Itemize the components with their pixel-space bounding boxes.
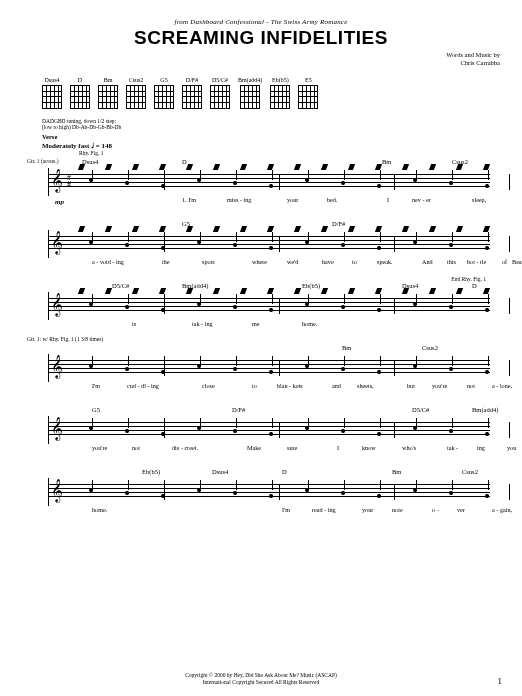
lyric-syllable: I'm: [92, 382, 100, 389]
tuning-line1: DADGBD tuning, down 1/2 step:: [42, 118, 500, 125]
lyric-syllable: where: [252, 258, 267, 265]
chord-symbols-row: Eb(b5)Dsus4DBmCsus2: [52, 468, 500, 478]
treble-clef: 𝄞: [51, 294, 63, 314]
end-rhythm-label: End Rhy. Fig. 1: [451, 276, 486, 282]
chord-name: D/F#: [186, 77, 198, 83]
page-number: 1: [498, 676, 503, 686]
staff: 𝄞: [48, 478, 490, 506]
lyric-syllable: bed.: [327, 196, 337, 203]
key-signature: ##: [67, 174, 71, 188]
chord-name: Dsus4: [44, 77, 59, 83]
tuning-line2: (low to high) Db-Ab-Db-Gb-Bb-Db: [42, 124, 500, 131]
staff: 𝄞End Rhy. Fig. 1: [48, 292, 490, 320]
lyric-syllable: know: [362, 444, 376, 451]
chord-symbol: G5: [92, 406, 100, 413]
lyric-syllable: speak.: [377, 258, 393, 265]
chord-grid: [240, 85, 260, 109]
lyric-syllable: who's: [402, 444, 416, 451]
chord-diagram: D: [70, 77, 90, 110]
staff-system: BmCsus2𝄞Gtr. 1: w/ Rhy. Fig. 1 (1 3/8 ti…: [22, 344, 500, 392]
lyric-syllable: you're: [432, 382, 447, 389]
lyric-syllable: your: [287, 196, 298, 203]
copyright-line1: Copyright © 2000 by Hey, Did She Ask Abo…: [0, 672, 522, 679]
treble-clef: 𝄞: [51, 480, 63, 500]
chord-grid: [126, 85, 146, 109]
chord-diagram: Csus2: [126, 77, 146, 110]
lyric-syllable: but: [407, 382, 415, 389]
copyright-footer: Copyright © 2000 by Hey, Did She Ask Abo…: [0, 672, 522, 686]
treble-clef: 𝄞: [51, 170, 63, 190]
lyric-syllable: your: [362, 506, 373, 513]
chord-name: Bm(add4): [238, 77, 262, 83]
chord-diagram: Bm: [98, 77, 118, 110]
chord-symbol: D: [182, 158, 187, 165]
chord-diagram: Dsus4: [42, 77, 62, 110]
lyric-syllable: you're: [92, 444, 107, 451]
lyrics-row: a - void - ingthespotswherewe'dhavetospe…: [52, 258, 500, 268]
lyric-syllable: close: [202, 382, 215, 389]
chord-symbol: Bm: [392, 468, 401, 475]
chord-grid: [210, 85, 230, 109]
lyric-syllable: tak -: [447, 444, 458, 451]
lyric-syllable: miss - ing: [227, 196, 251, 203]
staff: 𝄞: [48, 416, 490, 444]
credits: Words and Music by Chris Carrabba: [22, 51, 500, 67]
staff-system: D5/C#Bm(add4)Eb(b5)Dsus4D𝄞End Rhy. Fig. …: [22, 282, 500, 330]
guitar-label: Gtr. 1 (acous.): [27, 158, 58, 164]
lyric-syllable: blan - kets: [277, 382, 303, 389]
lyric-syllable: sleep,: [472, 196, 486, 203]
lyric-syllable: of: [502, 258, 507, 265]
lyric-syllable: dis - creet.: [172, 444, 198, 451]
lyric-syllable: ing: [477, 444, 485, 451]
lyric-syllable: bot - tle: [467, 258, 486, 265]
lyric-syllable: Beast: [512, 258, 522, 265]
chord-grid: [70, 85, 90, 109]
chord-name: G5: [160, 77, 167, 83]
tempo-marking: Moderately fast ♩ = 148: [42, 142, 500, 150]
chord-symbol: D5/C#: [112, 282, 129, 289]
staff: 𝄞: [48, 230, 490, 258]
staff-system: G5D/F#𝄞a - void - ingthespotswherewe'dha…: [22, 220, 500, 268]
staff-system: G5D/F#D5/C#Bm(add4)𝄞you'renotdis - creet…: [22, 406, 500, 454]
chord-symbol: D: [282, 468, 287, 475]
chord-grid: [42, 85, 62, 109]
treble-clef: 𝄞: [51, 232, 63, 252]
lyrics-row: istak - ingmehome.: [52, 320, 500, 330]
lyric-syllable: read - ing: [312, 506, 336, 513]
chord-grid: [270, 85, 290, 109]
chord-diagram: Eb(b5): [270, 77, 290, 110]
lyric-syllable: sure: [287, 444, 297, 451]
chord-name: Csus2: [129, 77, 144, 83]
staff-system: Dsus4DBmCsus2𝄞##mpGtr. 1 (acous.)Rhy. Fi…: [22, 158, 500, 206]
chord-symbol: Bm: [342, 344, 351, 351]
source-line: from Dashboard Confessional - The Swiss …: [22, 18, 500, 26]
lyric-syllable: cud - dl - ing: [127, 382, 159, 389]
chord-symbols-row: BmCsus2: [52, 344, 500, 354]
chord-grid: [154, 85, 174, 109]
chord-diagram: Bm(add4): [238, 77, 262, 110]
lyric-syllable: home.: [92, 506, 107, 513]
treble-clef: 𝄞: [51, 418, 63, 438]
sheet-music-page: from Dashboard Confessional - The Swiss …: [0, 0, 522, 542]
chord-grid: [98, 85, 118, 109]
staff: 𝄞##mpGtr. 1 (acous.)Rhy. Fig. 1: [48, 168, 490, 196]
chord-name: D5/C#: [212, 77, 228, 83]
music-systems: Dsus4DBmCsus2𝄞##mpGtr. 1 (acous.)Rhy. Fi…: [22, 158, 500, 516]
lyric-syllable: to: [352, 258, 357, 265]
chord-grid: [298, 85, 318, 109]
chord-symbol: Eb(b5): [302, 282, 320, 289]
section-label: Verse: [42, 133, 500, 140]
source-prefix: from Dashboard Confessional -: [175, 18, 271, 26]
chord-symbol: Bm(add4): [182, 282, 208, 289]
lyric-syllable: ver: [457, 506, 465, 513]
chord-diagram: D5/C#: [210, 77, 230, 110]
lyric-syllable: we'd: [287, 258, 298, 265]
lyric-syllable: a - void - ing: [92, 258, 124, 265]
lyrics-row: 1. I'mmiss - ingyourbed.Inev - ersleep,: [52, 196, 500, 206]
chord-symbol: Csus2: [462, 468, 478, 475]
lyric-syllable: I: [387, 196, 389, 203]
chord-symbol: Eb(b5): [142, 468, 160, 475]
chord-symbol: D/F#: [232, 406, 245, 413]
lyric-syllable: this: [447, 258, 456, 265]
chord-symbol: Bm(add4): [472, 406, 498, 413]
